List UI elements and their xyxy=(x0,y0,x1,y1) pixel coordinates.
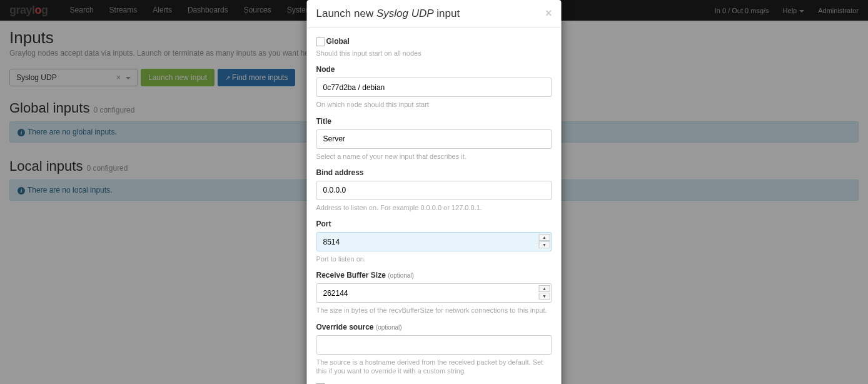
title-label: Title xyxy=(316,117,552,126)
global-checkbox[interactable] xyxy=(316,38,325,46)
override-source-field: Override source (optional) The source is… xyxy=(316,323,552,376)
spinner-up-icon[interactable]: ▲ xyxy=(539,234,550,241)
node-help: On which node should this input start xyxy=(316,100,552,109)
override-input[interactable] xyxy=(316,335,552,355)
spinner-up-icon[interactable]: ▲ xyxy=(539,285,550,292)
modal-title: Launch new Syslog UDP input xyxy=(316,8,460,20)
spinner-down-icon[interactable]: ▼ xyxy=(539,293,550,300)
bind-label: Bind address xyxy=(316,168,552,177)
node-field: Node On which node should this input sta… xyxy=(316,65,552,109)
override-help: The source is a hostname derived from th… xyxy=(316,358,552,376)
modal-header: Launch new Syslog UDP input × xyxy=(307,0,562,28)
bind-address-field: Bind address Address to listen on. For e… xyxy=(316,168,552,212)
recv-buffer-field: Receive Buffer Size (optional) ▲ ▼ The s… xyxy=(316,271,552,315)
close-icon[interactable]: × xyxy=(545,8,552,19)
recv-input[interactable] xyxy=(316,283,552,303)
global-help: Should this input start on all nodes xyxy=(316,49,552,58)
recv-help: The size in bytes of the recvBufferSize … xyxy=(316,306,552,315)
title-help: Select a name of your new input that des… xyxy=(316,152,552,161)
bind-input[interactable] xyxy=(316,181,552,200)
port-input[interactable] xyxy=(316,232,552,251)
recv-label: Receive Buffer Size (optional) xyxy=(316,271,552,280)
port-label: Port xyxy=(316,220,552,228)
override-label: Override source (optional) xyxy=(316,323,552,331)
node-select[interactable] xyxy=(316,78,552,97)
port-spinner: ▲ ▼ xyxy=(539,234,550,248)
title-input[interactable] xyxy=(316,129,552,149)
port-help: Port to listen on. xyxy=(316,255,552,263)
modal-body: Global Should this input start on all no… xyxy=(307,28,562,384)
spinner-down-icon[interactable]: ▼ xyxy=(539,241,550,248)
port-field: Port ▲ ▼ Port to listen on. xyxy=(316,220,552,263)
launch-input-modal: Launch new Syslog UDP input × Global Sho… xyxy=(307,0,562,384)
global-label: Global xyxy=(326,37,350,46)
node-label: Node xyxy=(316,65,552,74)
bind-help: Address to listen on. For example 0.0.0.… xyxy=(316,203,552,212)
title-field: Title Select a name of your new input th… xyxy=(316,117,552,161)
global-field: Global Should this input start on all no… xyxy=(316,37,552,58)
recv-spinner: ▲ ▼ xyxy=(539,285,550,300)
